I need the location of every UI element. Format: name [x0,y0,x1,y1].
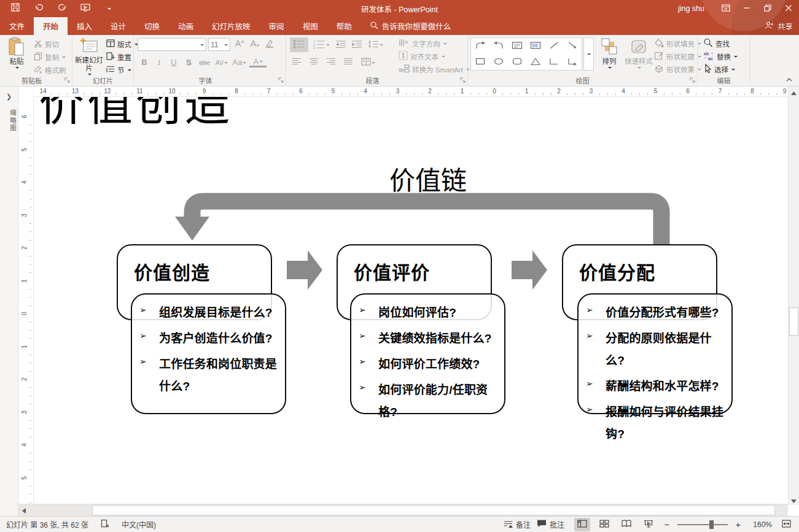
font-name-combobox[interactable] [138,38,206,51]
zoom-level[interactable]: 160% [749,520,772,529]
scroll-left-button[interactable] [18,504,29,516]
align-center-button[interactable] [307,56,321,69]
question-box-3[interactable]: ➢价值分配形式有哪些?➢分配的原则依据是什么?➢薪酬结构和水平怎样?➢报酬如何与… [577,293,733,414]
find-button[interactable]: 查找 [701,37,739,50]
tab-开始[interactable]: 开始 [34,17,68,35]
collapse-ribbon-button[interactable] [785,76,793,83]
tab-文件[interactable]: 文件 [0,17,34,35]
minimize-button[interactable] [736,0,757,17]
normal-view-button[interactable] [574,518,590,531]
quick-styles-button[interactable]: 快速样式 [623,37,655,76]
shape-effects-button[interactable]: 形状效果 [652,63,703,75]
elbow-connector-icon[interactable] [549,58,559,67]
scroll-up-button[interactable] [789,87,799,97]
tab-设计[interactable]: 设计 [101,17,135,35]
align-right-button[interactable] [324,56,338,69]
underline-button[interactable]: U [167,56,181,69]
redo-button[interactable] [50,0,74,17]
zoom-slider-thumb[interactable] [709,520,714,529]
zoom-out-button[interactable]: − [663,519,671,530]
horizontal-scroll-thumb[interactable] [92,505,775,515]
tab-视图[interactable]: 视图 [294,17,327,35]
right-arrow-1-icon[interactable] [287,250,322,290]
text-direction-button[interactable]: A文字方向 [397,37,472,50]
zoom-in-button[interactable]: + [734,519,742,530]
shape-fill-button[interactable]: 形状填充 [652,37,703,50]
font-size-combobox[interactable]: 11 [208,38,230,51]
tab-帮助[interactable]: 帮助 [327,17,361,35]
shape-outline-button[interactable]: 形状轮廓 [652,50,703,63]
align-text-button[interactable]: 对齐文本 [397,50,472,63]
right-arrow-2-icon[interactable] [512,250,547,290]
expand-thumbnails-button[interactable]: ❯ [0,93,18,101]
question-box-2[interactable]: ➢岗位如何评估?➢关键绩效指标是什么?➢如何评价工作绩效?➢如何评价能力/任职资… [350,293,505,414]
vertical-scrollbar[interactable] [788,87,799,505]
bold-button[interactable]: B [138,56,151,69]
bullets-button[interactable] [290,37,308,52]
select-button[interactable]: 选择 [701,63,739,75]
new-slide-button[interactable]: 新建幻灯片 [74,37,104,76]
triangle-icon[interactable] [531,58,540,67]
close-button[interactable] [778,0,799,17]
account-name[interactable]: jing shu [678,4,704,13]
question-box-1[interactable]: ➢组织发展目标是什么?➢为客户创造什么价值?➢工作任务和岗位职责是什么? [131,293,286,414]
start-slideshow-button[interactable] [74,0,97,17]
dialog-launcher-icon[interactable] [460,77,466,84]
slide-number-indicator[interactable]: 幻灯片 第 36 张, 共 62 张 [6,519,88,530]
fit-to-window-button[interactable] [778,518,794,531]
save-button[interactable] [4,0,27,17]
convert-smartart-button[interactable]: 转换为 SmartArt [397,63,472,75]
line-spacing-button[interactable] [366,39,384,52]
horizontal-scrollbar[interactable] [18,504,788,516]
slideshow-view-button[interactable] [641,518,657,531]
slide-canvas[interactable]: 价值创造 价值链 价值创造➢组织发展目标是什么?➢为客户创造什么价值?➢工作任务… [34,97,788,504]
shapes-gallery[interactable] [470,37,582,71]
character-spacing-button[interactable]: AV [214,56,230,69]
rect-icon[interactable] [475,58,485,66]
tab-审阅[interactable]: 审阅 [260,17,294,35]
tell-me-search[interactable]: 告诉我你想要做什么 [370,17,451,35]
increase-font-button[interactable] [232,38,246,51]
tab-幻灯片放映[interactable]: 幻灯片放映 [203,17,260,35]
language-indicator[interactable]: 中文(中国) [122,519,156,530]
comments-button[interactable]: 批注 [537,519,564,530]
decrease-font-button[interactable] [247,38,261,51]
font-color-button[interactable]: A [249,57,267,67]
accessibility-indicator[interactable] [101,519,109,530]
slide-sorter-view-button[interactable] [596,518,612,531]
clear-formatting-button[interactable] [263,38,276,51]
tab-插入[interactable]: 插入 [68,17,101,35]
tab-动画[interactable]: 动画 [169,17,203,35]
paste-button[interactable]: 粘贴 [2,37,31,76]
rounded-rect-icon[interactable] [512,58,522,66]
increase-indent-button[interactable] [350,39,364,52]
oval-icon[interactable] [494,58,504,66]
textbox-icon[interactable] [512,41,523,51]
tab-切换[interactable]: 切换 [135,17,169,35]
restore-button[interactable] [757,0,778,17]
justify-button[interactable] [341,56,355,69]
numbering-button[interactable]: 123 [311,39,332,52]
copy-button[interactable]: 复制 [32,50,68,63]
elbow-arrow-icon[interactable] [567,58,577,67]
arrow-line-icon[interactable] [567,41,577,51]
vertical-textbox-icon[interactable] [530,41,541,51]
format-painter-button[interactable]: 格式刷 [32,63,68,76]
cut-button[interactable]: 剪切 [32,37,68,50]
vertical-scroll-thumb[interactable] [789,307,798,336]
text-shadow-button[interactable]: S [182,56,195,69]
replace-button[interactable]: abac替换 [701,50,739,63]
dialog-launcher-icon[interactable] [278,77,284,84]
feedback-loop-arrow[interactable] [192,201,661,248]
dialog-launcher-icon[interactable] [690,77,695,84]
arrange-button[interactable]: 排列 [597,37,622,76]
scroll-down-button[interactable] [789,495,799,505]
customize-qat-button[interactable] [97,0,120,17]
italic-button[interactable]: I [152,56,166,69]
columns-button[interactable] [359,56,377,69]
curved-right-arrow-icon[interactable] [475,41,486,51]
strikethrough-button[interactable]: abc [197,56,212,69]
zoom-slider[interactable] [677,524,728,525]
line-icon[interactable] [549,41,559,51]
ribbon-display-options-button[interactable] [715,0,736,17]
